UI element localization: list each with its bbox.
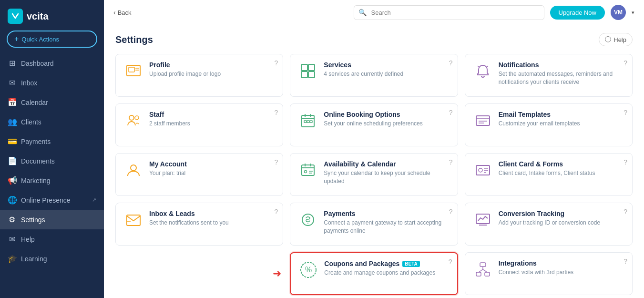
svg-rect-5	[308, 64, 315, 71]
svg-rect-29	[476, 165, 490, 175]
card-help-icon-conversion-tracking[interactable]: ?	[624, 208, 627, 216]
card-desc-profile: Upload profile image or logo	[149, 70, 275, 78]
sidebar-item-online-presence[interactable]: 🌐 Online Presence ↗	[0, 190, 104, 210]
card-help-icon-my-account[interactable]: ?	[275, 158, 278, 166]
sidebar-item-payments[interactable]: 💳 Payments	[0, 132, 104, 151]
card-coupons-wrapper: ➜ ? % Coupons and Packages	[290, 252, 458, 295]
top-bar: ‹ Back 🔍 Upgrade Now VM ▾	[104, 0, 644, 25]
svg-point-10	[129, 115, 134, 120]
search-bar: 🔍	[354, 5, 544, 20]
card-payments[interactable]: ? Payments Connect a payment gateway to …	[290, 203, 458, 246]
sidebar-item-dashboard[interactable]: ⊞ Dashboard	[0, 53, 104, 73]
svg-line-9	[487, 66, 488, 67]
sidebar-label-marketing: Marketing	[21, 177, 96, 185]
quick-actions-button[interactable]: + Quick Actions	[7, 31, 97, 48]
card-notifications[interactable]: ? Notifications Set the automated messag…	[465, 54, 633, 97]
back-button[interactable]: ‹ Back	[113, 9, 132, 16]
card-availability[interactable]: ? Availability & Calendar	[290, 153, 458, 196]
search-input[interactable]	[354, 5, 544, 20]
card-icon-inbox-leads	[123, 210, 143, 230]
payments-icon: 💳	[8, 137, 16, 146]
help-circle-icon: ⓘ	[605, 35, 611, 44]
card-profile[interactable]: ? Profile Upload profile image or logo	[115, 54, 283, 97]
online-presence-icon: 🌐	[8, 195, 16, 205]
svg-point-11	[135, 116, 139, 120]
card-services[interactable]: ? Services 4 services are currently defi…	[290, 54, 458, 97]
card-desc-my-account: Your plan: trial	[149, 169, 275, 177]
card-help-icon-client-card[interactable]: ?	[624, 158, 627, 166]
card-desc-email-templates: Customize your email templates	[499, 120, 624, 128]
sidebar-nav: ⊞ Dashboard ✉ Inbox 📅 Calendar 👥 Clients…	[0, 53, 104, 298]
card-help-icon-staff[interactable]: ?	[275, 109, 278, 116]
card-help-icon-email-templates[interactable]: ?	[624, 109, 627, 116]
quick-actions-label: Quick Actions	[21, 36, 59, 43]
dashboard-icon: ⊞	[8, 59, 16, 68]
card-desc-staff: 2 staff members	[149, 120, 275, 128]
svg-rect-42	[476, 272, 481, 276]
sidebar-label-online-presence: Online Presence	[21, 196, 87, 204]
card-desc-availability: Sync your calendar to keep your schedule…	[324, 169, 450, 185]
back-label: Back	[118, 9, 132, 16]
sidebar-label-settings: Settings	[21, 216, 96, 224]
svg-text:%: %	[305, 266, 312, 274]
card-help-icon-inbox-leads[interactable]: ?	[275, 208, 278, 216]
card-help-icon-integrations[interactable]: ?	[624, 257, 627, 265]
card-icon-my-account	[123, 160, 143, 180]
svg-point-30	[479, 168, 482, 172]
svg-rect-4	[301, 64, 307, 71]
card-help-icon-profile[interactable]: ?	[275, 59, 278, 67]
sidebar-item-marketing[interactable]: 📢 Marketing	[0, 171, 104, 190]
svg-rect-1	[129, 67, 134, 72]
svg-rect-7	[308, 72, 315, 78]
clients-icon: 👥	[8, 117, 16, 126]
card-help-icon-online-booking[interactable]: ?	[449, 109, 453, 116]
sidebar-label-help: Help	[21, 236, 96, 243]
page-header: Settings ⓘ Help	[115, 33, 633, 46]
card-help-icon-coupons[interactable]: ?	[449, 258, 452, 266]
card-icon-notifications	[473, 61, 493, 81]
sidebar-item-help[interactable]: ✉ Help	[0, 229, 104, 249]
card-integrations[interactable]: ? Integrations Con	[465, 252, 633, 295]
avatar-chevron-icon[interactable]: ▾	[632, 10, 634, 16]
plus-icon: +	[14, 35, 19, 43]
card-title-payments: Payments	[324, 210, 450, 217]
logo-icon	[8, 9, 23, 24]
card-online-booking[interactable]: ? Online Bookin	[290, 103, 458, 146]
card-title-online-booking: Online Booking Options	[324, 111, 450, 118]
sidebar-item-calendar[interactable]: 📅 Calendar	[0, 92, 104, 112]
sidebar-label-calendar: Calendar	[21, 99, 96, 106]
sidebar-label-payments: Payments	[21, 138, 96, 145]
sidebar-item-documents[interactable]: 📄 Documents	[0, 151, 104, 171]
card-title-coupons: Coupons and Packages BETA	[324, 260, 449, 267]
learning-icon: 🎓	[8, 254, 16, 263]
svg-rect-6	[301, 72, 307, 78]
card-help-icon-services[interactable]: ?	[449, 59, 453, 67]
card-icon-email-templates	[473, 111, 493, 131]
card-help-icon-notifications[interactable]: ?	[624, 59, 627, 67]
card-help-icon-payments[interactable]: ?	[449, 208, 453, 216]
sidebar-label-learning: Learning	[21, 255, 96, 263]
help-link[interactable]: ⓘ Help	[599, 33, 633, 46]
card-staff[interactable]: ? Staff 2 staff members	[115, 103, 283, 146]
card-email-templates[interactable]: ? Email Templates Customize your email t…	[465, 103, 633, 146]
sidebar-item-inbox[interactable]: ✉ Inbox	[0, 73, 104, 92]
sidebar-item-settings[interactable]: ⚙ Settings	[0, 210, 104, 229]
card-conversion-tracking[interactable]: ? Conversion Tracking Add your tracking …	[465, 203, 633, 246]
upgrade-button[interactable]: Upgrade Now	[550, 6, 605, 20]
sidebar-item-clients[interactable]: 👥 Clients	[0, 112, 104, 132]
card-icon-staff	[123, 111, 143, 131]
card-inbox-leads[interactable]: ? Inbox & Leads Set the notifications se…	[115, 203, 283, 246]
card-my-account[interactable]: ? My Account Your plan: trial	[115, 153, 283, 196]
svg-point-23	[131, 165, 136, 171]
svg-point-28	[305, 171, 307, 173]
card-coupons[interactable]: ? % Coupons and Packages BETA	[290, 252, 458, 295]
card-icon-availability	[298, 160, 318, 180]
svg-line-45	[479, 269, 483, 272]
calendar-icon: 📅	[8, 98, 16, 107]
svg-rect-24	[302, 165, 314, 175]
card-help-icon-availability[interactable]: ?	[449, 158, 453, 166]
avatar[interactable]: VM	[611, 5, 626, 20]
sidebar-item-learning[interactable]: 🎓 Learning	[0, 249, 104, 268]
card-client-card[interactable]: ? Client Card & Forms Client card	[465, 153, 633, 196]
sidebar: vcita + Quick Actions ⊞ Dashboard ✉ Inbo…	[0, 0, 104, 298]
